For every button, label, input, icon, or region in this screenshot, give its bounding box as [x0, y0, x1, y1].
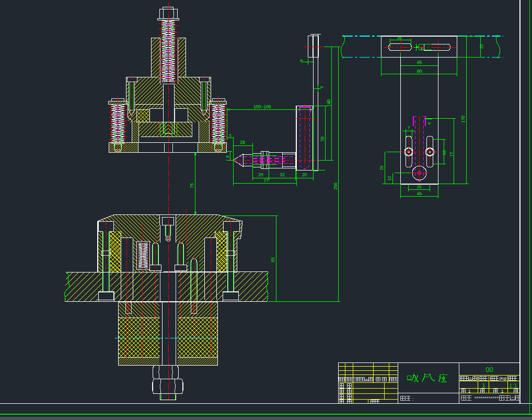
svg-text:26: 26 — [397, 36, 402, 40]
svg-text::: : — [412, 396, 414, 402]
svg-text:140: 140 — [326, 99, 331, 107]
svg-text:256: 256 — [333, 183, 338, 190]
svg-text:8: 8 — [320, 86, 324, 88]
svg-text:8: 8 — [428, 122, 432, 124]
svg-text:(Kg): (Kg) — [499, 376, 507, 381]
svg-text:7: 7 — [421, 48, 423, 51]
svg-text:25: 25 — [379, 165, 384, 170]
svg-text:20: 20 — [302, 172, 307, 177]
svg-text:8: 8 — [225, 155, 230, 157]
svg-text:1: 1 — [468, 389, 471, 394]
svg-text:25: 25 — [479, 44, 484, 49]
svg-text:8: 8 — [300, 59, 304, 61]
svg-text:75: 75 — [189, 183, 194, 188]
svg-text:50: 50 — [442, 150, 447, 155]
svg-text:20: 20 — [258, 172, 263, 177]
svg-text:00: 00 — [485, 366, 493, 373]
svg-text:45: 45 — [417, 191, 422, 196]
svg-text:28: 28 — [240, 140, 245, 145]
svg-text:1: 1 — [482, 382, 485, 389]
svg-text:100~106: 100~106 — [253, 104, 271, 109]
svg-text:45: 45 — [417, 60, 422, 65]
svg-text:************: ************ — [475, 396, 499, 402]
svg-text:70: 70 — [320, 137, 325, 142]
svg-text:25: 25 — [417, 185, 422, 189]
svg-text:32: 32 — [280, 172, 285, 177]
svg-text:12: 12 — [387, 176, 392, 180]
svg-text:80: 80 — [417, 69, 422, 74]
svg-text:1: 1 — [501, 389, 504, 394]
svg-text:77: 77 — [449, 152, 454, 156]
svg-text:5: 5 — [229, 133, 232, 138]
svg-text:170: 170 — [460, 116, 466, 123]
svg-text:7: 7 — [408, 126, 410, 130]
svg-text:1:1: 1:1 — [509, 383, 517, 389]
svg-text:65: 65 — [270, 257, 275, 262]
svg-text:77: 77 — [263, 178, 269, 183]
